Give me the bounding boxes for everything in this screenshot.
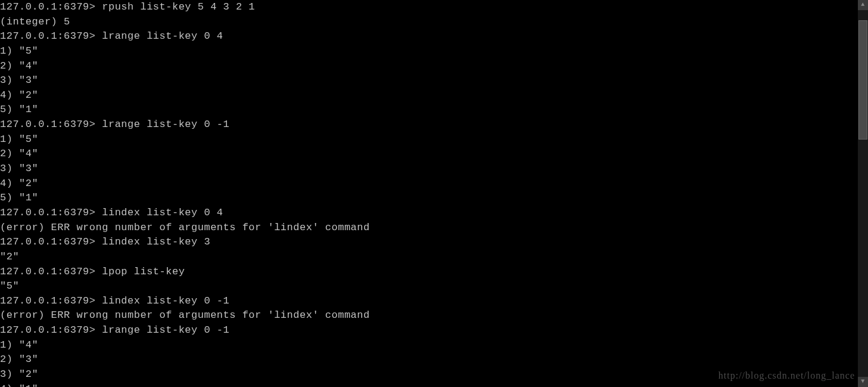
redis-output: "5" bbox=[0, 280, 19, 292]
terminal-line: (error) ERR wrong number of arguments fo… bbox=[0, 308, 868, 323]
redis-command: lindex list-key 3 bbox=[96, 236, 211, 247]
redis-output: 1) "5" bbox=[0, 134, 38, 145]
terminal-line: 127.0.0.1:6379> lpop list-key bbox=[0, 265, 868, 280]
redis-output: 5) "1" bbox=[0, 192, 38, 203]
redis-output: 3) "3" bbox=[0, 163, 38, 174]
scrollbar-thumb[interactable] bbox=[858, 20, 867, 140]
redis-output: 3) "2" bbox=[0, 369, 38, 380]
redis-output: 2) "4" bbox=[0, 60, 38, 72]
terminal-line: 1) "4" bbox=[0, 338, 868, 353]
terminal-line: 127.0.0.1:6379> lindex list-key 0 -1 bbox=[0, 294, 868, 309]
redis-prompt: 127.0.0.1:6379> bbox=[0, 324, 96, 336]
terminal-line: "2" bbox=[0, 250, 868, 265]
terminal-line: "5" bbox=[0, 279, 868, 294]
terminal-line: 127.0.0.1:6379> lrange list-key 0 -1 bbox=[0, 117, 868, 132]
terminal-line: 127.0.0.1:6379> rpush list-key 5 4 3 2 1 bbox=[0, 0, 868, 15]
redis-output: (error) ERR wrong number of arguments fo… bbox=[0, 222, 370, 233]
redis-output: 4) "2" bbox=[0, 178, 38, 189]
scroll-down-button[interactable]: ▼ bbox=[858, 377, 868, 387]
scrollbar-track[interactable] bbox=[858, 10, 868, 377]
redis-output: 4) "1" bbox=[0, 383, 38, 387]
terminal-line: 4) "1" bbox=[0, 382, 868, 387]
terminal-line: 3) "3" bbox=[0, 73, 868, 88]
vertical-scrollbar[interactable]: ▲ ▼ bbox=[858, 0, 868, 387]
redis-output: 1) "5" bbox=[0, 45, 38, 57]
terminal-line: (error) ERR wrong number of arguments fo… bbox=[0, 221, 868, 236]
redis-command: lrange list-key 0 -1 bbox=[96, 324, 230, 336]
redis-prompt: 127.0.0.1:6379> bbox=[0, 30, 96, 42]
redis-output: 2) "4" bbox=[0, 148, 38, 159]
terminal-line: 5) "1" bbox=[0, 191, 868, 206]
redis-command: rpush list-key 5 4 3 2 1 bbox=[96, 1, 256, 13]
redis-command: lpop list-key bbox=[96, 266, 185, 277]
terminal-line: 2) "3" bbox=[0, 352, 868, 367]
terminal-line: 3) "3" bbox=[0, 162, 868, 177]
terminal-line: 127.0.0.1:6379> lindex list-key 3 bbox=[0, 235, 868, 250]
redis-output: (integer) 5 bbox=[0, 16, 70, 27]
redis-command: lrange list-key 0 -1 bbox=[96, 119, 230, 130]
terminal-output[interactable]: 127.0.0.1:6379> rpush list-key 5 4 3 2 1… bbox=[0, 0, 868, 387]
terminal-line: 1) "5" bbox=[0, 44, 868, 59]
terminal-line: (integer) 5 bbox=[0, 15, 868, 30]
redis-prompt: 127.0.0.1:6379> bbox=[0, 119, 96, 130]
terminal-line: 5) "1" bbox=[0, 103, 868, 117]
scroll-up-button[interactable]: ▲ bbox=[858, 0, 868, 10]
redis-output: 3) "3" bbox=[0, 75, 38, 86]
redis-prompt: 127.0.0.1:6379> bbox=[0, 207, 96, 218]
redis-output: 5) "1" bbox=[0, 104, 38, 115]
terminal-line: 2) "4" bbox=[0, 59, 868, 74]
terminal-line: 127.0.0.1:6379> lrange list-key 0 4 bbox=[0, 29, 868, 44]
redis-command: lindex list-key 0 4 bbox=[96, 207, 223, 218]
redis-command: lrange list-key 0 4 bbox=[96, 30, 223, 42]
redis-output: "2" bbox=[0, 251, 19, 262]
terminal-line: 127.0.0.1:6379> lindex list-key 0 4 bbox=[0, 206, 868, 221]
terminal-line: 4) "2" bbox=[0, 88, 868, 103]
terminal-line: 4) "2" bbox=[0, 177, 868, 191]
redis-command: lindex list-key 0 -1 bbox=[96, 295, 230, 306]
redis-output: 4) "2" bbox=[0, 89, 38, 101]
redis-prompt: 127.0.0.1:6379> bbox=[0, 266, 96, 277]
redis-output: 1) "4" bbox=[0, 339, 38, 351]
redis-prompt: 127.0.0.1:6379> bbox=[0, 1, 96, 13]
watermark-text: http://blog.csdn.net/long_lance bbox=[718, 369, 855, 382]
terminal-line: 1) "5" bbox=[0, 132, 868, 147]
redis-prompt: 127.0.0.1:6379> bbox=[0, 295, 96, 306]
redis-output: (error) ERR wrong number of arguments fo… bbox=[0, 309, 370, 321]
terminal-line: 127.0.0.1:6379> lrange list-key 0 -1 bbox=[0, 323, 868, 338]
redis-output: 2) "3" bbox=[0, 354, 38, 365]
terminal-line: 2) "4" bbox=[0, 147, 868, 162]
redis-prompt: 127.0.0.1:6379> bbox=[0, 236, 96, 247]
